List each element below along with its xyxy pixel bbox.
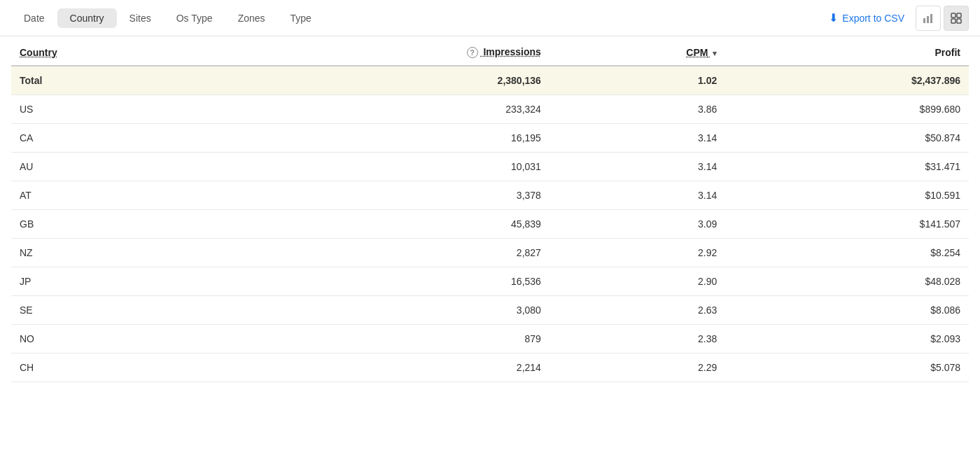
table-body: Total 2,380,136 1.02 $2,437.896 US 233,3… [11,66,969,382]
impressions-help-icon[interactable]: ? [467,47,478,58]
svg-rect-6 [957,19,961,23]
tab-zones[interactable]: Zones [225,8,278,28]
total-cpm: 1.02 [550,66,725,95]
row-cpm: 2.90 [550,267,725,296]
table-row: NO 879 2.38 $2.093 [11,325,969,354]
row-country: NZ [11,239,212,267]
tab-country[interactable]: Country [57,8,117,28]
row-impressions: 233,324 [212,95,550,124]
row-impressions: 16,536 [212,267,550,296]
total-country: Total [11,66,212,95]
row-country: AT [11,181,212,210]
row-cpm: 3.14 [550,124,725,153]
row-impressions: 2,214 [212,354,550,382]
svg-rect-1 [927,16,929,23]
row-profit: $10.591 [725,181,969,210]
table-row: NZ 2,827 2.92 $8.254 [11,239,969,267]
row-profit: $50.874 [725,124,969,153]
row-country: US [11,95,212,124]
row-impressions: 16,195 [212,124,550,153]
row-country: CA [11,124,212,153]
row-cpm: 3.14 [550,181,725,210]
tab-date[interactable]: Date [11,8,57,28]
row-profit: $2.093 [725,325,969,354]
data-table-container: Country ? Impressions CPM ▾ Profit Total… [0,36,980,382]
row-country: CH [11,354,212,382]
tab-bar: Date Country Sites Os Type Zones Type ⬇ … [0,0,980,36]
row-cpm: 3.09 [550,210,725,239]
row-cpm: 2.29 [550,354,725,382]
tab-type[interactable]: Type [278,8,324,28]
row-country: JP [11,267,212,296]
svg-rect-2 [930,14,932,23]
col-header-cpm[interactable]: CPM ▾ [550,36,725,66]
row-impressions: 3,378 [212,181,550,210]
table-row: AU 10,031 3.14 $31.471 [11,153,969,181]
export-label: Export to CSV [842,13,904,24]
grid-view-button[interactable] [944,6,969,31]
row-profit: $5.078 [725,354,969,382]
table-row: AT 3,378 3.14 $10.591 [11,181,969,210]
row-impressions: 45,839 [212,210,550,239]
row-country: GB [11,210,212,239]
row-cpm: 2.92 [550,239,725,267]
total-row: Total 2,380,136 1.02 $2,437.896 [11,66,969,95]
table-row: GB 45,839 3.09 $141.507 [11,210,969,239]
tab-sites[interactable]: Sites [117,8,164,28]
cpm-sort-icon: ▾ [713,49,717,58]
table-row: SE 3,080 2.63 $8.086 [11,296,969,325]
svg-rect-0 [923,18,925,23]
svg-rect-4 [957,13,961,18]
row-impressions: 10,031 [212,153,550,181]
row-profit: $8.086 [725,296,969,325]
row-profit: $8.254 [725,239,969,267]
tab-os-type[interactable]: Os Type [164,8,225,28]
row-profit: $48.028 [725,267,969,296]
row-profit: $31.471 [725,153,969,181]
col-header-impressions[interactable]: ? Impressions [212,36,550,66]
row-cpm: 2.38 [550,325,725,354]
total-impressions: 2,380,136 [212,66,550,95]
table-row: CH 2,214 2.29 $5.078 [11,354,969,382]
row-country: AU [11,153,212,181]
row-profit: $141.507 [725,210,969,239]
row-cpm: 3.14 [550,153,725,181]
chart-icon [923,13,934,24]
row-impressions: 879 [212,325,550,354]
total-profit: $2,437.896 [725,66,969,95]
row-cpm: 2.63 [550,296,725,325]
row-profit: $899.680 [725,95,969,124]
export-csv-button[interactable]: ⬇ Export to CSV [829,11,904,24]
row-impressions: 3,080 [212,296,550,325]
table-row: US 233,324 3.86 $899.680 [11,95,969,124]
row-country: NO [11,325,212,354]
row-cpm: 3.86 [550,95,725,124]
col-header-profit: Profit [725,36,969,66]
grid-icon [951,13,962,24]
table-row: JP 16,536 2.90 $48.028 [11,267,969,296]
download-icon: ⬇ [829,11,838,24]
table-header-row: Country ? Impressions CPM ▾ Profit [11,36,969,66]
view-toggle [916,6,969,31]
row-impressions: 2,827 [212,239,550,267]
svg-rect-3 [951,13,955,18]
table-row: CA 16,195 3.14 $50.874 [11,124,969,153]
data-table: Country ? Impressions CPM ▾ Profit Total… [11,36,969,382]
svg-rect-5 [951,19,955,23]
row-country: SE [11,296,212,325]
chart-view-button[interactable] [916,6,941,31]
col-header-country: Country [11,36,212,66]
